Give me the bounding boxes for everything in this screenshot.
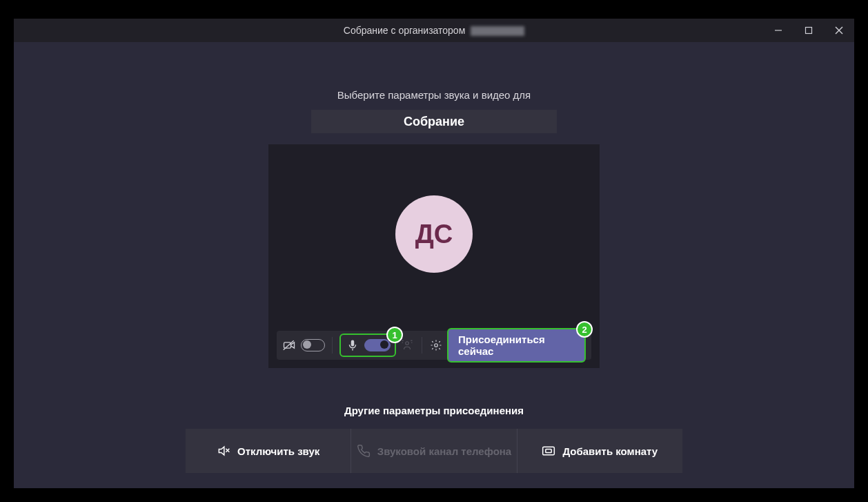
room-label: Добавить комнату (562, 445, 658, 457)
join-label: Присоединиться сейчас (458, 334, 545, 357)
title-organizer-redacted (471, 26, 524, 36)
separator (332, 337, 333, 354)
svg-rect-14 (543, 447, 555, 455)
join-now-button[interactable]: Присоединиться сейчас 2 (447, 328, 586, 363)
window-controls (763, 19, 854, 42)
camera-toggle[interactable] (301, 339, 326, 351)
meeting-name-text: Собрание (404, 115, 464, 129)
phone-icon (357, 444, 371, 458)
prejoin-controls: 1 (277, 331, 591, 360)
camera-off-icon (282, 338, 297, 353)
svg-rect-4 (284, 342, 291, 348)
mic-toggle[interactable] (364, 339, 391, 351)
maximize-button[interactable] (793, 19, 824, 42)
avatar: ДС (395, 195, 473, 273)
title-text: Собрание с организатором (344, 25, 465, 36)
other-options-heading: Другие параметры присоединения (14, 405, 854, 416)
window-title: Собрание с организатором (14, 25, 854, 36)
settings-gear-icon[interactable] (428, 338, 443, 353)
other-options-row: Отключить звук Звуковой канал телефона Д… (186, 429, 682, 473)
annotation-bubble-2: 2 (576, 321, 593, 338)
close-button[interactable] (824, 19, 854, 42)
mute-label: Отключить звук (237, 445, 319, 457)
annotation-bubble-1: 1 (386, 327, 403, 343)
add-room-option[interactable]: Добавить комнату (517, 429, 682, 473)
mute-audio-option[interactable]: Отключить звук (186, 429, 351, 473)
mic-toggle-group: 1 (339, 334, 396, 357)
titlebar: Собрание с организатором (14, 19, 854, 42)
microphone-icon (345, 338, 360, 353)
instruction-text: Выберите параметры звука и видео для (14, 89, 854, 101)
content-area: Выберите параметры звука и видео для Соб… (14, 42, 854, 488)
speaker-mute-icon (217, 444, 230, 458)
minimize-button[interactable] (763, 19, 793, 42)
phone-audio-option: Звуковой канал телефона (351, 429, 516, 473)
svg-rect-15 (546, 450, 551, 453)
video-preview: ДС (268, 144, 600, 368)
background-effects-icon[interactable] (400, 338, 415, 353)
meeting-name-input[interactable]: Собрание (311, 110, 557, 133)
svg-point-6 (406, 342, 409, 345)
app-window: Собрание с организатором Выберите параме… (14, 19, 854, 488)
svg-rect-1 (806, 28, 812, 34)
room-icon (542, 444, 555, 458)
avatar-initials: ДС (415, 220, 453, 249)
phone-label: Звуковой канал телефона (377, 445, 511, 457)
svg-point-11 (434, 344, 437, 347)
separator (422, 337, 422, 354)
